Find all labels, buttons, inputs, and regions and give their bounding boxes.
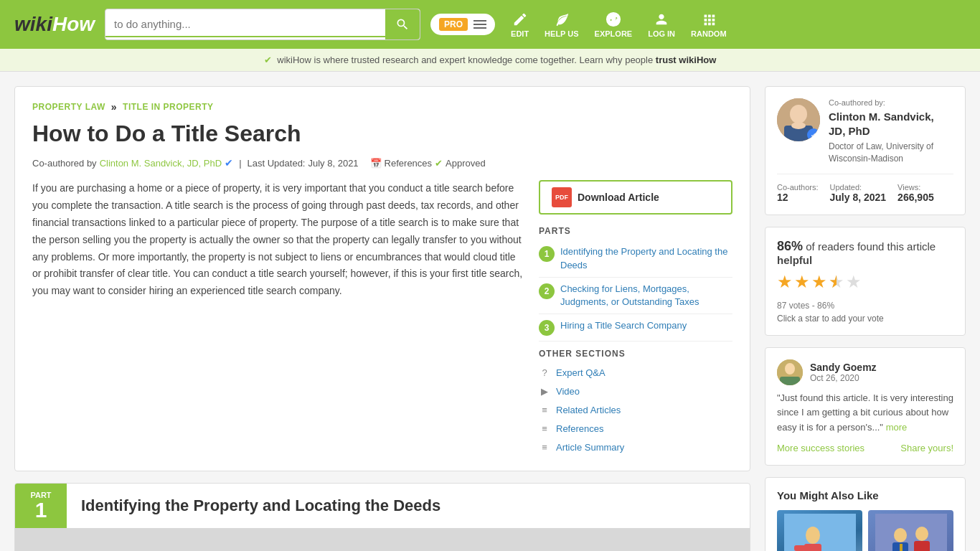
helpful-word: helpful [777,254,812,266]
click-to-rate: Click a star to add your vote [777,314,953,324]
calendar-icon: 📅 [370,158,382,169]
stat-coauthors-label: Co-authors: [777,183,818,192]
author-link[interactable]: Clinton M. Sandvick, JD, PhD [100,158,222,169]
sidebar-author-name: Clinton M. Sandvick, JD, PhD [829,110,953,138]
parts-label: PARTS [539,226,732,236]
part-item-1[interactable]: 1 Identifying the Property and Locating … [539,240,732,277]
svg-point-4 [791,122,806,129]
star-5[interactable]: ★ [846,272,862,296]
site-header: wikiHow PRO EDIT HELP US EXPLORE LOG I [0,0,980,49]
search-icon [395,17,410,32]
star-4-half[interactable]: ★ ★ [829,272,844,296]
nav-login[interactable]: LOG IN [648,11,675,38]
other-item-qa[interactable]: ? Expert Q&A [539,363,732,382]
trust-link[interactable]: trust wikiHow [656,55,717,65]
part-title-text: Identifying the Property and Locating th… [67,484,455,528]
more-link[interactable]: more [886,422,908,433]
part-item-3[interactable]: 3 Hiring a Title Search Company [539,314,732,342]
article-meta: Co-authored by Clinton M. Sandvick, JD, … [32,157,732,169]
nav-login-label: LOG IN [648,29,675,38]
svg-point-17 [894,528,907,542]
stat-coauthors-value: 12 [777,192,818,203]
pdf-icon: PDF [552,187,572,207]
authored-by-label: Co-authored by: [829,98,953,107]
related-icon: ≡ [539,404,550,415]
svg-rect-12 [804,544,821,551]
part-section-1: Part 1 Identifying the Property and Loca… [14,483,750,551]
other-item-video[interactable]: ▶ Video [539,382,732,400]
other-item-references[interactable]: ≡ References [539,419,732,438]
search-button[interactable] [385,9,420,39]
article-body-row: If you are purchasing a home or a piece … [32,180,732,456]
svg-point-20 [915,527,928,541]
comment-links: More success stories Share yours! [777,443,953,453]
stars[interactable]: ★ ★ ★ ★ ★ ★ [777,272,953,296]
stat-coauthors: Co-authors: 12 [777,183,818,203]
other-item-summary[interactable]: ≡ Article Summary [539,438,732,456]
grid-icon [701,11,717,27]
also-item-1[interactable]: How to Find a Land Survey [777,510,862,551]
star-3[interactable]: ★ [811,272,827,296]
commenter-name: Sandy Goemz [810,362,877,373]
download-label: Download Article [578,192,659,203]
nav-helpus[interactable]: HELP US [545,11,578,38]
sidebar: ✔ Co-authored by: Clinton M. Sandvick, J… [765,86,966,551]
nav-explore-label: EXPLORE [595,29,633,38]
breadcrumb-separator: » [111,101,117,113]
success-stories-link[interactable]: More success stories [777,443,864,453]
comment-text: "Just found this article. It is very int… [777,391,953,435]
references-label2: References [556,423,603,434]
hamburger-icon [473,20,486,29]
logo-how: How [52,13,95,36]
also-img-2: How to Add a Spouse to a Deed [868,510,953,551]
breadcrumb: PROPERTY LAW » TITLE IN PROPERTY [32,101,732,113]
checkmark-icon: ✔ [264,55,272,65]
svg-rect-21 [914,541,930,551]
author-avatar: ✔ [777,98,820,141]
article-header-box: PROPERTY LAW » TITLE IN PROPERTY How to … [14,86,750,471]
nav-edit-label: EDIT [511,29,529,38]
stat-updated: Updated: July 8, 2021 [829,183,886,203]
references-icon: ≡ [539,423,550,434]
nav-explore[interactable]: EXPLORE [595,11,633,38]
also-item-2[interactable]: How to Add a Spouse to a Deed [868,510,953,551]
helpful-percent: 86% [777,239,803,253]
nav-helpus-label: HELP US [545,29,578,38]
qa-icon: ? [539,367,550,378]
nav-items: EDIT HELP US EXPLORE LOG IN RANDOM [511,11,727,38]
part-item-2[interactable]: 2 Checking for Liens, Mortgages, Judgmen… [539,278,732,314]
comment-date: Oct 26, 2020 [810,373,877,383]
also-like-title: You Might Also Like [777,489,953,501]
nav-random[interactable]: RANDOM [691,11,727,38]
svg-point-11 [806,527,820,544]
share-link[interactable]: Share yours! [900,443,953,453]
site-logo[interactable]: wikiHow [14,13,95,36]
also-like-items: How to Find a Land Survey [777,510,953,551]
parts-panel: PDF Download Article PARTS 1 Identifying… [539,180,732,456]
video-label: Video [556,386,580,397]
author-stats: Co-authors: 12 Updated: July 8, 2021 Vie… [777,174,953,203]
video-icon: ▶ [539,385,550,397]
references-link[interactable]: References [385,158,432,169]
nav-edit[interactable]: EDIT [511,11,529,38]
star-2[interactable]: ★ [794,272,810,296]
stat-updated-label: Updated: [829,183,886,192]
other-item-related[interactable]: ≡ Related Articles [539,400,732,419]
svg-rect-7 [780,377,800,385]
download-button[interactable]: PDF Download Article [539,180,732,215]
meta-separator: | [239,158,241,169]
related-label: Related Articles [556,405,621,415]
breadcrumb-item-title-property[interactable]: TITLE IN PROPERTY [123,102,214,112]
article-title: How to Do a Title Search [32,120,732,147]
breadcrumb-item-property-law[interactable]: PROPERTY LAW [32,102,105,112]
part-num-1: 1 [539,246,555,262]
article-area: PROPERTY LAW » TITLE IN PROPERTY How to … [14,86,750,551]
main-layout: PROPERTY LAW » TITLE IN PROPERTY How to … [0,72,980,551]
part-text-3: Hiring a Title Search Company [560,319,687,332]
pro-badge[interactable]: PRO [430,14,495,35]
star-1[interactable]: ★ [777,272,793,296]
search-input[interactable] [105,12,385,37]
comment-box: Sandy Goemz Oct 26, 2020 "Just found thi… [765,347,966,466]
part-text-2: Checking for Liens, Mortgages, Judgments… [560,283,732,309]
leaf-icon [554,11,570,27]
